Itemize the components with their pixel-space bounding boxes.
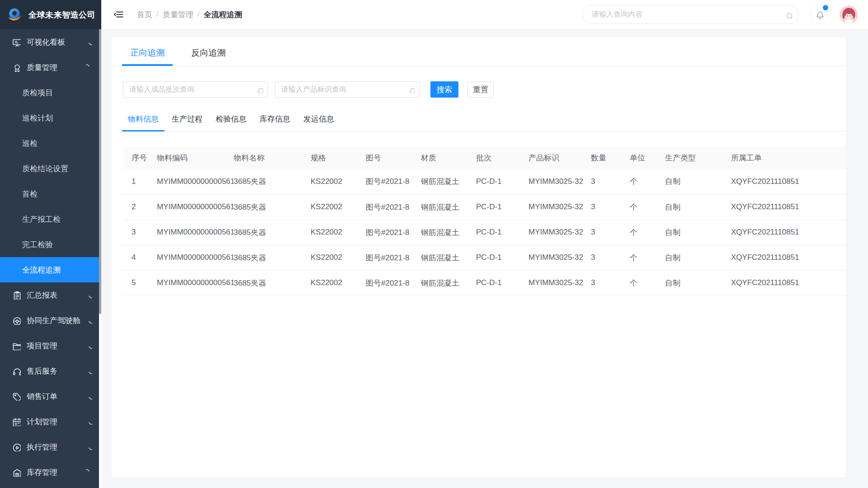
cell-seq: 3 (123, 220, 157, 245)
sidebar-item-plan-management[interactable]: 计划管理 (0, 409, 101, 434)
tab-backward-trace[interactable]: 反向追溯 (183, 47, 234, 66)
cell-product-id: MYIMM3025-32 (528, 169, 591, 194)
sidebar-item-label: 售后服务 (27, 366, 86, 376)
sales-tag-icon (12, 392, 21, 401)
sidebar-subitem-patrol[interactable]: 巡检 (0, 131, 101, 156)
chevron-down-icon (86, 292, 92, 298)
breadcrumb-section[interactable]: 质量管理 (163, 9, 193, 20)
chevron-down-icon (86, 368, 92, 374)
sidebar-subitem-inspection-items[interactable]: 质检项目 (0, 80, 101, 105)
product-id-search-field (275, 81, 420, 98)
tab-forward-trace[interactable]: 正向追溯 (122, 47, 173, 66)
sidebar-subitem-full-trace[interactable]: 全流程追溯 (0, 257, 101, 282)
sidebar-subitem-label: 生产报工检 (22, 214, 61, 225)
trace-direction-tabs: 正向追溯 反向追溯 (112, 38, 846, 66)
notifications-button[interactable] (810, 5, 828, 24)
quality-medal-icon (12, 63, 21, 72)
cell-material-code: MYIMM000000000561 (157, 194, 234, 220)
company-name: 全球未来智造公司 (28, 9, 95, 20)
global-search (582, 5, 799, 23)
sidebar-item-summary-report[interactable]: 汇总报表 (0, 282, 101, 308)
execute-play-icon (12, 442, 21, 451)
breadcrumb-home[interactable]: 首页 (137, 9, 152, 20)
cell-batch: PC-D-1 (476, 194, 528, 220)
work-order-link[interactable]: XQYFC2021110851 (731, 194, 846, 220)
after-sales-headset-icon (12, 366, 21, 375)
cell-material-quality: 钢筋混凝土 (421, 169, 476, 194)
cell-product-id: MYIMM3025-32 (528, 270, 591, 296)
batch-search-input[interactable] (129, 85, 256, 94)
subtab-production-process[interactable]: 生产过程 (166, 114, 208, 131)
cell-quantity: 3 (591, 194, 630, 220)
product-id-search-input[interactable] (281, 85, 408, 94)
cell-batch: PC-D-1 (476, 270, 528, 296)
chevron-up-icon (86, 469, 92, 475)
avatar[interactable] (840, 5, 858, 24)
work-order-link[interactable]: XQYFC2021110851 (731, 220, 846, 245)
sidebar-item-label: 执行管理 (27, 442, 86, 452)
cell-seq: 5 (123, 270, 157, 296)
sidebar-item-label: 协同生产驾驶舱 (27, 315, 86, 326)
search-icon[interactable] (784, 11, 792, 19)
sidebar-subitem-label: 巡检计划 (22, 113, 53, 123)
cell-seq: 4 (123, 245, 157, 270)
search-button[interactable]: 搜索 (430, 81, 458, 98)
subtab-inventory-info[interactable]: 库存信息 (254, 114, 296, 131)
sidebar-subitem-label: 巡检 (22, 138, 38, 149)
sidebar-item-production-cockpit[interactable]: 协同生产驾驶舱 (0, 308, 101, 333)
brand-header: 全球未来智造公司 (0, 0, 101, 29)
cell-spec: KS22002 (311, 270, 366, 296)
sidebar-item-inventory-management[interactable]: 库存管理 (0, 460, 101, 485)
cell-material-name: 3685夹器 (234, 270, 311, 296)
cell-product-id: MYIMM3025-32 (528, 220, 591, 245)
report-clipboard-icon (12, 291, 21, 300)
cell-material-quality: 钢筋混凝土 (421, 245, 476, 270)
global-search-input[interactable] (592, 10, 784, 19)
sidebar-subitem-patrol-plan[interactable]: 巡检计划 (0, 105, 101, 131)
cell-spec: KS22002 (311, 220, 366, 245)
work-order-link[interactable]: XQYFC2021110851 (731, 169, 846, 194)
table-header-row: 序号 物料编码 物料名称 规格 图号 材质 批次 产品标识 数量 单位 生产类型… (123, 146, 846, 169)
sidebar-subitem-production-report-check[interactable]: 生产报工检 (0, 206, 101, 232)
work-order-link[interactable]: XQYFC2021110851 (731, 270, 846, 296)
subtab-material-info[interactable]: 物料信息 (122, 114, 165, 131)
sidebar-item-project-management[interactable]: 项目管理 (0, 333, 101, 358)
subtab-inspection-info[interactable]: 检验信息 (210, 114, 252, 131)
sidebar-item-execution-management[interactable]: 执行管理 (0, 434, 101, 460)
cell-material-code: MYIMM000000000561 (157, 245, 234, 270)
col-product-id: 产品标识 (528, 146, 591, 169)
work-order-link[interactable]: XQYFC2021110851 (731, 245, 846, 270)
cell-seq: 2 (123, 194, 157, 220)
sidebar-item-label: 库存管理 (27, 467, 86, 478)
col-material-name: 物料名称 (234, 146, 311, 169)
search-icon[interactable] (256, 86, 263, 93)
col-work-order: 所属工单 (731, 146, 846, 169)
sidebar-subitem-conclusion-settings[interactable]: 质检结论设置 (0, 156, 101, 181)
bell-icon (815, 10, 824, 19)
reset-button[interactable]: 重置 (467, 81, 494, 98)
sidebar-item-dashboard[interactable]: 可视化看板 (0, 29, 101, 55)
cell-drawing-no: 图号#2021-8 (366, 169, 421, 194)
sidebar-subitem-label: 质检结论设置 (22, 164, 68, 174)
sidebar-subitem-first-inspection[interactable]: 首检 (0, 181, 101, 206)
sidebar-subitem-label: 完工检验 (22, 239, 53, 250)
table-row: 5 MYIMM000000000561 3685夹器 KS22002 图号#20… (123, 270, 846, 296)
sidebar-scrollbar-thumb[interactable] (99, 29, 101, 314)
company-logo-icon (6, 6, 24, 24)
cell-production-type: 自制 (665, 245, 731, 270)
dashboard-board-icon (12, 38, 21, 47)
breadcrumb-separator: / (156, 10, 159, 19)
chevron-down-icon (86, 444, 92, 450)
table-row: 1 MYIMM000000000561 3685夹器 KS22002 图号#20… (123, 169, 846, 194)
sidebar-item-after-sales[interactable]: 售后服务 (0, 358, 101, 384)
cell-spec: KS22002 (311, 194, 366, 220)
sidebar-item-sales-orders[interactable]: 销售订单 (0, 384, 101, 409)
cell-drawing-no: 图号#2021-8 (366, 245, 421, 270)
subtab-shipping-info[interactable]: 发运信息 (297, 114, 340, 131)
sidebar-item-label: 项目管理 (27, 341, 86, 351)
sidebar-subitem-completion-inspection[interactable]: 完工检验 (0, 232, 101, 257)
sidebar-item-quality[interactable]: 质量管理 (0, 55, 101, 80)
search-icon[interactable] (408, 86, 415, 93)
cell-quantity: 3 (591, 220, 630, 245)
fold-menu-icon[interactable] (113, 9, 124, 20)
